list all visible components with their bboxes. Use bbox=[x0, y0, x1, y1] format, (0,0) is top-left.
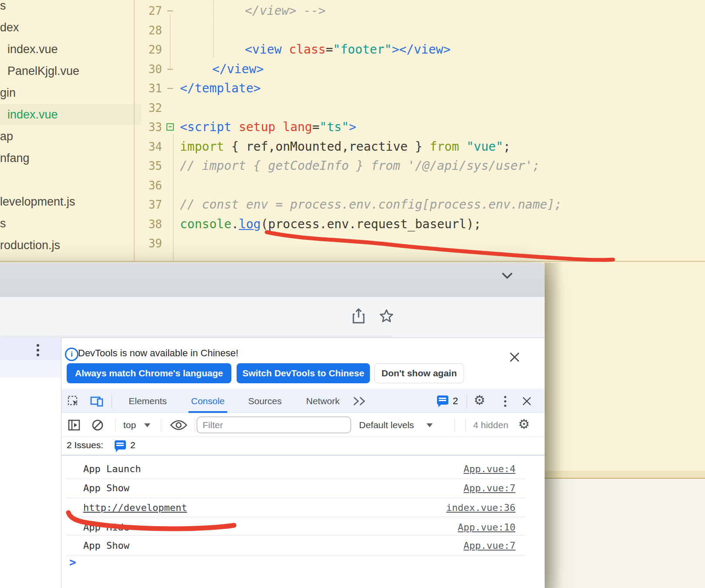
always-match-language-button[interactable]: Always match Chrome's language bbox=[67, 363, 231, 383]
line-number: 37 bbox=[127, 195, 162, 214]
console-row: App HideApp.vue:10 bbox=[61, 518, 545, 537]
tab-search-chevron-icon[interactable] bbox=[500, 270, 515, 281]
code-token: from bbox=[430, 139, 459, 154]
inspect-element-icon[interactable] bbox=[67, 395, 79, 407]
file-tree-item[interactable]: index.vue bbox=[0, 104, 141, 125]
code-token: // import { getCodeInfo } from '/@/api/s… bbox=[180, 159, 540, 173]
tab-message-count: 2 bbox=[453, 389, 458, 413]
file-tree-item[interactable]: levelopment.js bbox=[0, 191, 134, 212]
code-line[interactable]: // import { getCodeInfo } from '/@/api/s… bbox=[180, 156, 540, 176]
console-source-link[interactable]: App.vue:7 bbox=[464, 536, 515, 555]
line-number: 28 bbox=[127, 21, 162, 40]
file-tree-item[interactable]: roduction.js bbox=[0, 235, 134, 256]
code-line[interactable]: // const env = process.env.config[proces… bbox=[180, 195, 562, 214]
share-icon[interactable] bbox=[351, 308, 366, 325]
fold-guide-line-script bbox=[173, 134, 173, 260]
browser-window: 更新 i DevTools is now available in Chines… bbox=[0, 263, 545, 588]
issues-row: 2 Issues: 2 bbox=[61, 437, 545, 455]
hidden-messages-count: 4 hidden bbox=[473, 413, 508, 437]
code-line[interactable]: console.log(process.env.request_baseurl)… bbox=[180, 215, 481, 234]
console-source-link[interactable]: App.vue:10 bbox=[458, 518, 515, 537]
code-token: > bbox=[349, 120, 356, 134]
clear-console-icon[interactable] bbox=[91, 419, 104, 432]
line-number: 39 bbox=[127, 234, 162, 253]
devtools-settings-gear-icon[interactable]: ⚙ bbox=[474, 392, 485, 408]
page-more-dots-icon[interactable] bbox=[37, 344, 39, 356]
console-row-separator bbox=[66, 535, 525, 536]
console-row: App LaunchApp.vue:4 bbox=[61, 460, 545, 479]
file-tree-item[interactable]: index.vue bbox=[0, 39, 141, 60]
tab-sources[interactable]: Sources bbox=[248, 389, 281, 413]
console-message: App Launch bbox=[83, 460, 141, 479]
devtools-language-banner-message: DevTools is now available in Chinese! bbox=[78, 343, 238, 363]
code-line[interactable]: </template> bbox=[180, 79, 261, 98]
fold-marker-icon[interactable] bbox=[167, 10, 173, 11]
console-prompt-chevron[interactable]: > bbox=[69, 556, 76, 569]
code-token: </template> bbox=[180, 81, 261, 95]
console-source-link[interactable]: App.vue:7 bbox=[464, 479, 515, 498]
device-toolbar-icon[interactable] bbox=[90, 395, 104, 407]
fold-guide-line bbox=[170, 14, 170, 71]
code-token bbox=[281, 42, 289, 57]
dont-show-again-button[interactable]: Don't show again bbox=[374, 363, 464, 383]
code-line[interactable]: </view> --> bbox=[245, 1, 325, 20]
console-source-link[interactable]: App.vue:4 bbox=[464, 460, 515, 479]
default-levels-dropdown[interactable]: Default levels bbox=[359, 413, 414, 437]
tab-network[interactable]: Network bbox=[306, 389, 339, 413]
code-line[interactable]: <script setup lang="ts"> bbox=[180, 118, 356, 137]
line-number: 38 bbox=[127, 215, 162, 234]
devtools-close-icon[interactable] bbox=[522, 396, 532, 406]
more-tabs-icon[interactable] bbox=[352, 396, 369, 406]
line-number: 27 bbox=[127, 1, 162, 20]
console-row-separator bbox=[66, 517, 525, 517]
bookmark-star-icon[interactable] bbox=[378, 308, 395, 324]
file-tree-item[interactable]: ap bbox=[0, 126, 134, 147]
code-token: (process.env.request_baseurl); bbox=[261, 217, 481, 231]
line-number: 34 bbox=[127, 137, 162, 156]
issues-label[interactable]: 2 Issues: bbox=[67, 437, 103, 455]
code-token bbox=[459, 139, 467, 154]
console-sidebar-icon[interactable] bbox=[68, 419, 81, 432]
line-number: 33 bbox=[127, 118, 162, 137]
banner-close-icon[interactable] bbox=[508, 351, 521, 363]
switch-devtools-chinese-button[interactable]: Switch DevTools to Chinese bbox=[237, 363, 370, 383]
issues-icon[interactable] bbox=[115, 440, 126, 449]
code-token: // const env = process.env.config[proces… bbox=[180, 197, 562, 212]
issues-count: 2 bbox=[130, 437, 136, 455]
code-token: = bbox=[325, 42, 333, 57]
code-token: </view> bbox=[212, 62, 264, 76]
code-token: = bbox=[312, 120, 319, 134]
file-tree-item[interactable]: s bbox=[0, 0, 134, 16]
code-token: </view> --> bbox=[245, 3, 325, 18]
console-messages-icon[interactable] bbox=[437, 395, 448, 405]
file-tree-item[interactable]: s bbox=[0, 213, 134, 234]
code-token: "vue" bbox=[466, 139, 503, 154]
code-line[interactable]: </view> bbox=[212, 60, 264, 79]
file-tree-item[interactable]: dex bbox=[0, 17, 134, 38]
tab-elements[interactable]: Elements bbox=[129, 389, 167, 413]
console-message[interactable]: http://development bbox=[83, 498, 187, 517]
live-expression-eye-icon[interactable] bbox=[169, 419, 188, 431]
code-line[interactable]: import { ref,onMounted,reactive } from "… bbox=[180, 137, 511, 156]
code-token: log bbox=[239, 217, 261, 231]
context-selector[interactable]: top bbox=[123, 413, 136, 437]
editor-lower-pane bbox=[545, 479, 705, 588]
devtools-panel: i DevTools is now available in Chinese! … bbox=[61, 338, 545, 588]
file-tree-item[interactable]: nfang bbox=[0, 148, 134, 169]
page-row bbox=[0, 360, 61, 378]
console-settings-gear-icon[interactable]: ⚙ bbox=[518, 416, 530, 432]
code-token: class bbox=[289, 42, 325, 57]
editor-background-right bbox=[545, 263, 705, 471]
console-message: App Show bbox=[83, 536, 129, 555]
file-tree-item[interactable]: PanelKjgl.vue bbox=[0, 61, 141, 81]
console-filter-input[interactable] bbox=[197, 416, 351, 433]
console-row-separator bbox=[66, 555, 525, 555]
code-line[interactable]: <view class="footer"></view> bbox=[245, 40, 451, 59]
console-source-link[interactable]: index.vue:36 bbox=[446, 498, 515, 517]
devtools-menu-dots-icon[interactable] bbox=[504, 396, 506, 407]
fold-collapse-icon[interactable] bbox=[166, 123, 174, 131]
file-tree-item[interactable]: gin bbox=[0, 82, 134, 103]
tab-console[interactable]: Console bbox=[191, 389, 224, 413]
screenshot-stage: sdexindex.vuePanelKjgl.vueginindex.vueap… bbox=[0, 0, 705, 588]
fold-marker-icon[interactable] bbox=[167, 88, 173, 89]
